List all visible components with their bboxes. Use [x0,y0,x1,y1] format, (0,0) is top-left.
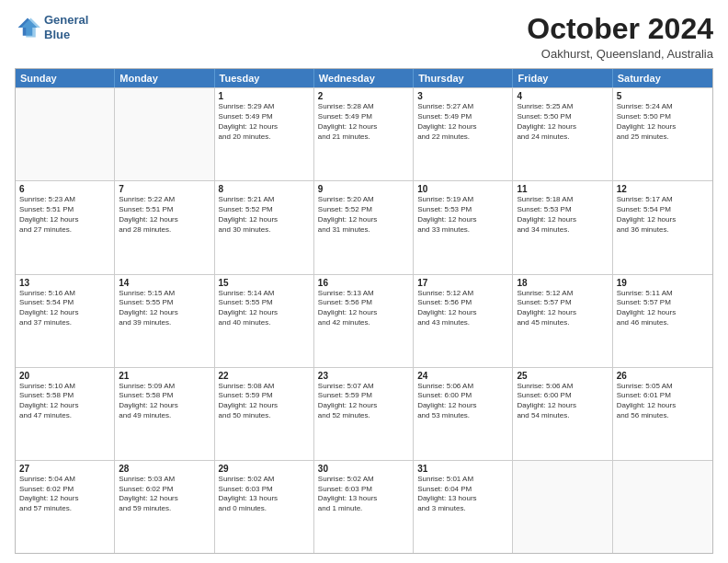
cell-info-line: Daylight: 13 hours [318,494,409,504]
cell-info-line: Daylight: 12 hours [417,215,508,225]
calendar-cell: 9Sunrise: 5:20 AMSunset: 5:52 PMDaylight… [314,181,414,273]
cell-info-line: Daylight: 12 hours [219,401,310,411]
cell-info-line: Daylight: 12 hours [617,308,709,318]
cell-info-line: Daylight: 12 hours [119,215,210,225]
calendar-row: 1Sunrise: 5:29 AMSunset: 5:49 PMDaylight… [16,87,712,180]
day-number: 10 [417,184,508,194]
cell-info-line: Sunset: 6:02 PM [19,485,110,495]
calendar-cell: 14Sunrise: 5:15 AMSunset: 5:55 PMDayligh… [115,275,214,367]
calendar-row: 6Sunrise: 5:23 AMSunset: 5:51 PMDaylight… [16,180,712,273]
cell-info-line: Sunrise: 5:23 AM [19,195,110,205]
cell-info-line: Daylight: 12 hours [219,122,310,132]
cell-info-line: and 39 minutes. [119,318,210,328]
cell-info-line: Daylight: 12 hours [318,122,409,132]
day-number: 13 [19,278,110,288]
cell-info-line: and 36 minutes. [617,225,709,236]
calendar-cell: 12Sunrise: 5:17 AMSunset: 5:54 PMDayligh… [613,181,712,273]
cell-info-line: and 57 minutes. [19,504,110,514]
calendar-body: 1Sunrise: 5:29 AMSunset: 5:49 PMDaylight… [16,87,712,553]
calendar-cell: 5Sunrise: 5:24 AMSunset: 5:50 PMDaylight… [613,88,712,180]
cell-info-line: Sunset: 5:54 PM [617,205,709,215]
calendar-cell: 30Sunrise: 5:02 AMSunset: 6:03 PMDayligh… [314,461,414,553]
cell-info-line: Sunset: 6:03 PM [219,485,310,495]
cell-info-line: Sunset: 5:51 PM [19,205,110,215]
cell-info-line: Sunset: 5:53 PM [517,205,608,215]
calendar-cell: 22Sunrise: 5:08 AMSunset: 5:59 PMDayligh… [215,368,314,460]
cell-info-line: Daylight: 12 hours [318,215,409,225]
cell-info-line: and 54 minutes. [517,411,608,421]
day-number: 6 [19,184,110,194]
calendar-cell [115,88,214,180]
cell-info-line: Sunrise: 5:02 AM [318,475,409,485]
cell-info-line: Sunset: 5:50 PM [517,112,608,122]
cell-info-line: and 52 minutes. [318,411,409,421]
weekday-header: Wednesday [314,69,414,87]
day-number: 8 [219,184,310,194]
cell-info-line: Daylight: 12 hours [19,494,110,504]
calendar-cell: 27Sunrise: 5:04 AMSunset: 6:02 PMDayligh… [16,461,115,553]
cell-info-line: and 34 minutes. [517,225,608,236]
calendar-cell: 2Sunrise: 5:28 AMSunset: 5:49 PMDaylight… [314,88,414,180]
cell-info-line: Sunset: 5:59 PM [219,391,310,401]
cell-info-line: Sunset: 5:49 PM [318,112,409,122]
calendar-cell: 23Sunrise: 5:07 AMSunset: 5:59 PMDayligh… [314,368,414,460]
cell-info-line: Sunrise: 5:22 AM [119,195,210,205]
calendar-cell [513,461,612,553]
cell-info-line: Sunrise: 5:12 AM [417,289,508,299]
cell-info-line: Sunrise: 5:19 AM [417,195,508,205]
cell-info-line: Sunrise: 5:13 AM [318,289,409,299]
cell-info-line: and 1 minute. [318,504,409,514]
day-number: 19 [617,278,709,288]
cell-info-line: Sunset: 5:55 PM [219,298,310,308]
month-title: October 2024 [527,13,713,45]
cell-info-line: Sunset: 5:49 PM [417,112,508,122]
calendar-cell: 15Sunrise: 5:14 AMSunset: 5:55 PMDayligh… [215,275,314,367]
cell-info-line: Sunrise: 5:27 AM [417,102,508,112]
cell-info-line: Daylight: 12 hours [417,122,508,132]
weekday-header: Thursday [414,69,513,87]
cell-info-line: and 22 minutes. [417,132,508,143]
day-number: 20 [19,371,110,381]
calendar-row: 20Sunrise: 5:10 AMSunset: 5:58 PMDayligh… [16,367,712,460]
day-number: 16 [318,278,409,288]
cell-info-line: and 40 minutes. [219,318,310,328]
calendar-cell: 17Sunrise: 5:12 AMSunset: 5:56 PMDayligh… [414,275,513,367]
day-number: 17 [417,278,508,288]
calendar-row: 13Sunrise: 5:16 AMSunset: 5:54 PMDayligh… [16,274,712,367]
cell-info-line: Sunrise: 5:02 AM [219,475,310,485]
title-block: October 2024 Oakhurst, Queensland, Austr… [527,13,713,61]
cell-info-line: Sunset: 6:04 PM [417,485,508,495]
cell-info-line: Daylight: 12 hours [119,494,210,504]
calendar-cell: 21Sunrise: 5:09 AMSunset: 5:58 PMDayligh… [115,368,214,460]
cell-info-line: and 50 minutes. [219,411,310,421]
cell-info-line: Daylight: 13 hours [219,494,310,504]
cell-info-line: Daylight: 12 hours [517,122,608,132]
day-number: 21 [119,371,210,381]
cell-info-line: Daylight: 12 hours [318,401,409,411]
cell-info-line: Daylight: 12 hours [417,401,508,411]
cell-info-line: and 45 minutes. [517,318,608,328]
cell-info-line: and 28 minutes. [119,225,210,236]
cell-info-line: Sunset: 5:52 PM [219,205,310,215]
weekday-header: Sunday [16,69,115,87]
calendar-cell: 25Sunrise: 5:06 AMSunset: 6:00 PMDayligh… [513,368,612,460]
cell-info-line: and 56 minutes. [617,411,709,421]
calendar-cell: 13Sunrise: 5:16 AMSunset: 5:54 PMDayligh… [16,275,115,367]
day-number: 30 [318,464,409,474]
cell-info-line: Daylight: 12 hours [417,308,508,318]
cell-info-line: Sunrise: 5:21 AM [219,195,310,205]
cell-info-line: Sunset: 6:01 PM [617,391,709,401]
weekday-header: Monday [115,69,214,87]
cell-info-line: Sunrise: 5:11 AM [617,289,709,299]
cell-info-line: Daylight: 12 hours [517,215,608,225]
day-number: 22 [219,371,310,381]
day-number: 26 [617,371,709,381]
cell-info-line: Sunrise: 5:03 AM [119,475,210,485]
day-number: 24 [417,371,508,381]
logo-icon [15,15,40,40]
cell-info-line: Daylight: 12 hours [119,401,210,411]
calendar-cell: 20Sunrise: 5:10 AMSunset: 5:58 PMDayligh… [16,368,115,460]
day-number: 31 [417,464,508,474]
weekday-header: Friday [513,69,612,87]
cell-info-line: Sunrise: 5:05 AM [617,382,709,392]
